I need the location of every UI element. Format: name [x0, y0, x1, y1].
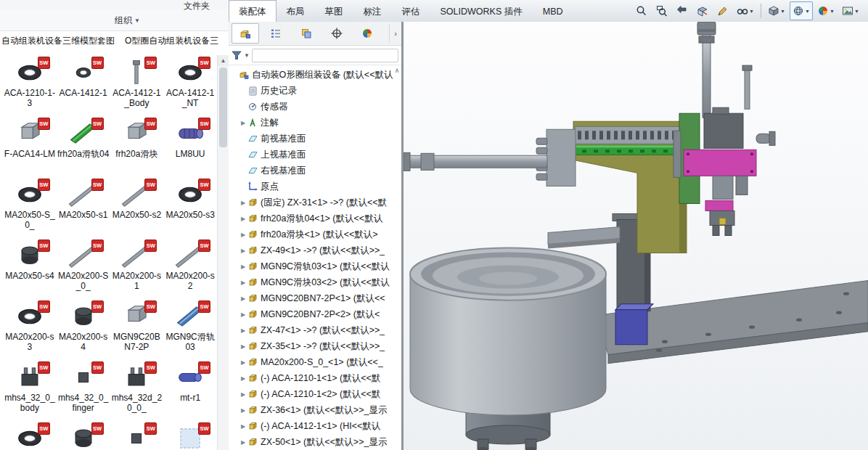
command-tab-SOLIDWORKS 插件[interactable]: SOLIDWORKS 插件 [430, 0, 533, 23]
filter-funnel-icon[interactable] [232, 51, 242, 60]
scroll-up-icon[interactable]: ▲ [218, 55, 229, 66]
tree-item[interactable]: ▶MGN9C20BN7-2P<2> (默认< [229, 306, 393, 322]
file-item[interactable]: SWMA20x200-s3 [4, 302, 56, 363]
file-item[interactable]: SWMA20x50-S_0_ [4, 180, 56, 241]
expand-arrow-icon[interactable]: ▶ [239, 359, 247, 366]
file-item[interactable]: SWmhs4_32d_20_0_ [110, 363, 163, 424]
expand-arrow-icon[interactable]: ▶ [239, 200, 247, 206]
chevron-down-icon[interactable]: ▼ [780, 9, 785, 14]
tree-item[interactable]: ▶ZX-35<1> ->? (默认<<默认>>_ [229, 338, 393, 354]
expand-arrow-icon[interactable]: ▶ [239, 311, 247, 318]
propertymanager-tab[interactable] [262, 23, 290, 44]
command-tab-草图[interactable]: 草图 [315, 0, 353, 23]
graphics-viewport[interactable] [404, 22, 868, 450]
expand-arrow-icon[interactable]: ▶ [239, 279, 247, 286]
file-item[interactable]: SWMA20x200-s4 [57, 302, 110, 363]
organize-button[interactable]: 组织▼ [115, 15, 140, 27]
file-item[interactable]: SWmhs4_32_0_finger [57, 363, 110, 424]
expand-arrow-icon[interactable]: ▶ [239, 120, 247, 126]
tree-item[interactable]: 传感器 [229, 99, 393, 115]
file-item[interactable]: SWMGN9C20BN7-2P [110, 302, 163, 363]
command-tab-MBD[interactable]: MBD [533, 0, 573, 23]
chevron-down-icon[interactable]: ▼ [805, 9, 810, 14]
expand-arrow-icon[interactable]: ▶ [239, 232, 247, 238]
tree-item[interactable]: ▶注解 [229, 115, 393, 131]
feature-filter-input[interactable] [252, 49, 398, 62]
chevron-down-icon[interactable]: ▼ [749, 9, 754, 14]
file-item[interactable]: SWLM8UU [164, 119, 216, 180]
tree-item[interactable]: ▶MGN9C20BN7-2P<1> (默认<< [229, 290, 393, 306]
configurationmanager-tab[interactable] [292, 23, 320, 44]
expand-arrow-icon[interactable]: ▶ [239, 423, 247, 430]
file-item[interactable]: SW [164, 424, 216, 450]
tree-item[interactable]: ▶(-) ACA-1412-1<1> (HI<<默认 [229, 418, 393, 434]
expand-arrow-icon[interactable]: ▶ [239, 439, 247, 446]
chevron-down-icon[interactable]: ▼ [854, 9, 859, 14]
expand-arrow-icon[interactable]: ▶ [239, 375, 247, 382]
file-item[interactable]: SWMA20x50-s3 [164, 180, 216, 241]
file-item[interactable]: SWACA-1412-1 [57, 58, 110, 119]
file-item[interactable]: SWACA-1412-1_Body [110, 58, 163, 119]
previous-view-icon[interactable] [673, 1, 692, 20]
file-item[interactable]: SWmhs4_32_0_body [4, 363, 56, 424]
file-item[interactable]: SWMA20x200-S_0_ [57, 241, 110, 302]
explorer-scrollbar[interactable]: ▲ [217, 55, 229, 450]
file-item[interactable]: SWfrh20a滑块 [110, 119, 163, 180]
file-item[interactable]: SWACA-1210-1-3 [4, 58, 56, 119]
file-item[interactable]: SWMA20x50-s2 [110, 180, 163, 241]
appearances-tab[interactable] [353, 23, 381, 44]
folder-tab[interactable]: 自动组装机设备三维模型套图 [1, 35, 115, 47]
tree-item[interactable]: 上视基准面 [229, 147, 393, 163]
tree-item[interactable]: ▶(-) ACA-1210-1<2> (默认<<默 [229, 386, 393, 402]
expand-arrow-icon[interactable]: ▶ [239, 248, 247, 254]
tree-item[interactable]: ▶MA20x200-S_0_<1> (默认<<_ [229, 354, 393, 370]
display-style-icon[interactable]: ▼ [765, 1, 788, 20]
expand-arrow-icon[interactable]: ▶ [239, 343, 247, 350]
file-item[interactable]: SWMGN9C滑轨03 [164, 302, 216, 363]
edit-appearance-icon[interactable]: ▼ [814, 1, 838, 20]
file-item[interactable]: SW [4, 424, 56, 450]
chevron-down-icon[interactable]: ▼ [244, 52, 250, 59]
tree-item[interactable]: 自动装O形圈组装设备 (默认<<默认 [229, 67, 393, 83]
command-tab-装配体[interactable]: 装配体 [229, 0, 277, 23]
expand-arrow-icon[interactable]: ▶ [239, 263, 247, 270]
file-item[interactable]: SWMA20x50-s1 [57, 180, 110, 241]
tree-item[interactable]: ▶frh20a滑轨04<1> (默认<<默认 [229, 210, 393, 226]
file-item[interactable]: SWF-ACA14-LM [4, 119, 56, 180]
command-tab-评估[interactable]: 评估 [392, 0, 430, 23]
file-item[interactable]: SWACA-1412-1_NT [164, 58, 216, 119]
tree-item[interactable]: ▶(-) ACA-1210-1<1> (默认<<默 [229, 370, 393, 386]
view-orientation-icon[interactable]: ▼ [790, 1, 813, 20]
tree-item[interactable]: 右视基准面 [229, 163, 393, 179]
section-view-icon[interactable] [693, 1, 712, 20]
tree-item[interactable]: ▶MGN9C滑轨03<1> (默认<<默认 [229, 258, 393, 274]
tree-item[interactable]: ▶ZX-47<1> ->? (默认<<默认>>_ [229, 322, 393, 338]
expand-arrow-icon[interactable]: ▶ [239, 391, 247, 398]
tree-scroll-up-icon[interactable]: ∧ [393, 67, 401, 74]
dimxpert-tab[interactable] [323, 23, 351, 44]
expand-arrow-icon[interactable]: ▶ [239, 407, 247, 414]
tree-item[interactable]: ▶ZX-36<1> (默认<<默认>>_显示 [229, 402, 393, 418]
zoom-area-icon[interactable] [652, 1, 671, 20]
tree-item[interactable]: ▶ZX-49<1> ->? (默认<<默认>>_ [229, 242, 393, 258]
hide-show-items-icon[interactable]: ▼ [734, 1, 757, 20]
tree-item[interactable]: ▶(固定) ZX-31<1> ->? (默认<<默 [229, 195, 393, 210]
expand-arrow-icon[interactable]: ▶ [239, 327, 247, 334]
folder-tab[interactable]: O型圈自动组装机设备三 [125, 35, 218, 47]
tree-item[interactable]: ▶MGN9C滑块03<2> (默认<<默认 [229, 274, 393, 290]
expand-arrow-icon[interactable]: ▶ [239, 295, 247, 302]
file-item[interactable]: SW [110, 424, 163, 450]
zoom-fit-icon[interactable] [632, 1, 651, 20]
file-item[interactable]: SW [57, 424, 110, 450]
file-item[interactable]: SWMA20x200-s1 [110, 241, 163, 302]
apply-scene-icon[interactable]: ▼ [839, 1, 862, 20]
file-item[interactable]: SWmt-r1 [164, 363, 216, 424]
featuremanager-tab[interactable] [232, 23, 259, 44]
file-item[interactable]: SWMA20x200-s2 [164, 241, 216, 302]
tabs-overflow-chevron-icon[interactable]: › [389, 24, 401, 43]
scrollbar-thumb[interactable] [219, 68, 227, 147]
file-item[interactable]: SWfrh20a滑轨04 [57, 119, 110, 180]
tree-item[interactable]: 历史记录 [229, 83, 393, 99]
annotation-icon[interactable] [713, 1, 732, 20]
tree-item[interactable]: ▶frh20a滑块<1> (默认<<默认> [229, 226, 393, 242]
